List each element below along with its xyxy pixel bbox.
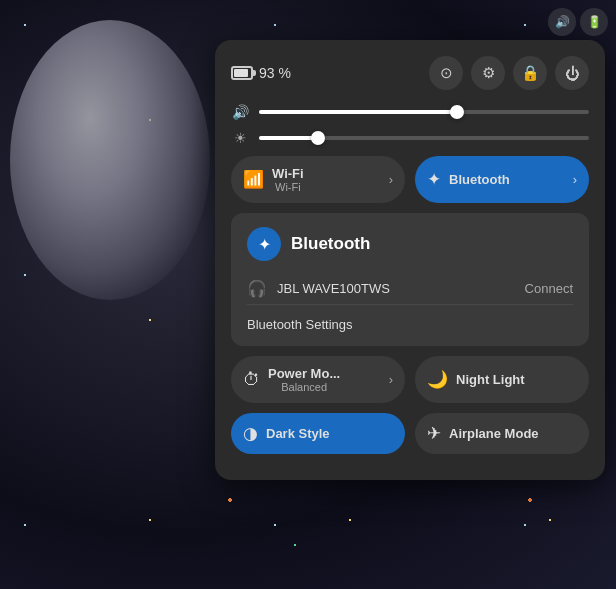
volume-icon: 🔊	[231, 104, 249, 120]
top-bar: 🔊 🔋	[548, 8, 608, 36]
wifi-sublabel: Wi-Fi	[272, 181, 304, 193]
bluetooth-label: Bluetooth	[449, 172, 510, 187]
brightness-slider[interactable]	[259, 136, 589, 140]
battery-percent: 93 %	[259, 65, 291, 81]
brightness-thumb[interactable]	[311, 131, 325, 145]
dark-airplane-row: ◑ Dark Style ✈ Airplane Mode	[231, 413, 589, 454]
bt-connect-button[interactable]: Connect	[525, 281, 573, 296]
network-toggle-row: 📶 Wi-Fi Wi-Fi › ✦ Bluetooth ›	[231, 156, 589, 203]
power-mode-chevron-icon[interactable]: ›	[389, 372, 393, 387]
wifi-chevron-icon[interactable]: ›	[389, 172, 393, 187]
bt-settings-link[interactable]: Bluetooth Settings	[247, 313, 573, 332]
bt-panel-title: Bluetooth	[291, 234, 370, 254]
volume-thumb[interactable]	[450, 105, 464, 119]
bt-left: ✦ Bluetooth	[427, 169, 510, 190]
airplane-mode-toggle[interactable]: ✈ Airplane Mode	[415, 413, 589, 454]
screenshot-button[interactable]: ⊙	[429, 56, 463, 90]
battery-label: 93 %	[231, 65, 291, 81]
dark-style-left: ◑ Dark Style	[243, 423, 330, 444]
brightness-icon: ☀	[231, 130, 249, 146]
power-mode-label: Power Mo...	[268, 366, 340, 381]
bt-device-name: JBL WAVE100TWS	[277, 281, 390, 296]
power-mode-labels: Power Mo... Balanced	[268, 366, 340, 393]
settings-button[interactable]: ⚙	[471, 56, 505, 90]
dark-style-toggle[interactable]: ◑ Dark Style	[231, 413, 405, 454]
power-night-row: ⏱ Power Mo... Balanced › 🌙 Night Light	[231, 356, 589, 403]
bt-panel-header: ✦ Bluetooth	[247, 227, 573, 261]
volume-status-icon[interactable]: 🔊	[548, 8, 576, 36]
power-mode-sublabel: Balanced	[268, 381, 340, 393]
night-light-toggle[interactable]: 🌙 Night Light	[415, 356, 589, 403]
airplane-mode-label: Airplane Mode	[449, 426, 539, 441]
wifi-icon: 📶	[243, 169, 264, 190]
bt-device-row: 🎧 JBL WAVE100TWS Connect	[247, 273, 573, 305]
power-mode-icon: ⏱	[243, 370, 260, 390]
bluetooth-toggle[interactable]: ✦ Bluetooth ›	[415, 156, 589, 203]
wifi-label: Wi-Fi	[272, 166, 304, 181]
headphone-icon: 🎧	[247, 279, 267, 298]
battery-icon	[231, 66, 253, 80]
night-light-left: 🌙 Night Light	[427, 369, 525, 390]
wifi-left: 📶 Wi-Fi Wi-Fi	[243, 166, 304, 193]
quick-settings-panel: 93 % ⊙ ⚙ 🔒 ⏻ 🔊 ☀ 📶 Wi-Fi	[215, 40, 605, 480]
header-actions: ⊙ ⚙ 🔒 ⏻	[429, 56, 589, 90]
bt-circle-icon: ✦	[247, 227, 281, 261]
brightness-slider-row: ☀	[231, 130, 589, 146]
power-mode-left: ⏱ Power Mo... Balanced	[243, 366, 340, 393]
bluetooth-chevron-icon[interactable]: ›	[573, 172, 577, 187]
night-light-label: Night Light	[456, 372, 525, 387]
volume-slider-row: 🔊	[231, 104, 589, 120]
airplane-mode-left: ✈ Airplane Mode	[427, 423, 539, 444]
power-button[interactable]: ⏻	[555, 56, 589, 90]
wifi-labels: Wi-Fi Wi-Fi	[272, 166, 304, 193]
volume-slider[interactable]	[259, 110, 589, 114]
dark-style-label: Dark Style	[266, 426, 330, 441]
bt-device-left: 🎧 JBL WAVE100TWS	[247, 279, 390, 298]
battery-status-icon[interactable]: 🔋	[580, 8, 608, 36]
bluetooth-panel: ✦ Bluetooth 🎧 JBL WAVE100TWS Connect Blu…	[231, 213, 589, 346]
lock-button[interactable]: 🔒	[513, 56, 547, 90]
panel-header: 93 % ⊙ ⚙ 🔒 ⏻	[231, 56, 589, 90]
bluetooth-icon: ✦	[427, 169, 441, 190]
power-mode-toggle[interactable]: ⏱ Power Mo... Balanced ›	[231, 356, 405, 403]
night-light-icon: 🌙	[427, 369, 448, 390]
airplane-mode-icon: ✈	[427, 423, 441, 444]
dark-style-icon: ◑	[243, 423, 258, 444]
wifi-toggle[interactable]: 📶 Wi-Fi Wi-Fi ›	[231, 156, 405, 203]
